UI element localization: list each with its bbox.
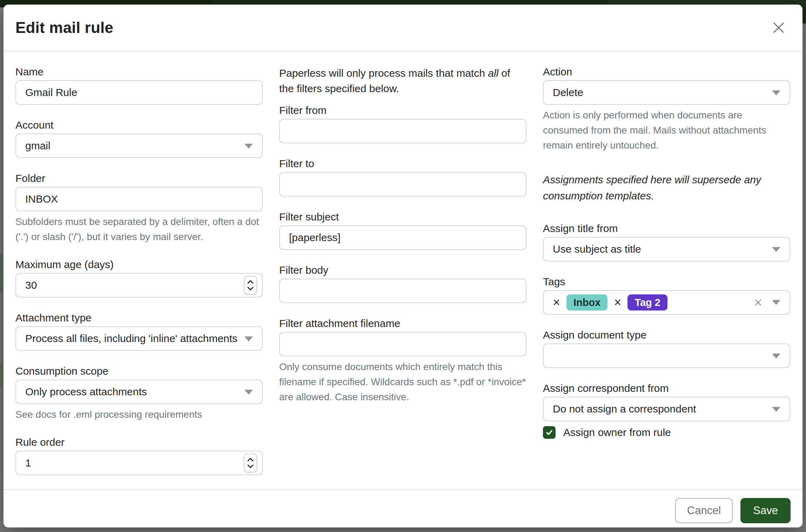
filter-to-input[interactable]	[279, 172, 526, 197]
dialog-title: Edit mail rule	[15, 19, 113, 36]
filter-attachment-filename-label: Filter attachment filename	[279, 317, 526, 330]
assign-correspondent-from-label: Assign correspondent from	[543, 382, 790, 395]
chevron-down-icon	[772, 300, 780, 305]
name-group: Name	[15, 66, 263, 105]
clear-tags-icon[interactable]: ×	[754, 295, 762, 309]
rule-order-label: Rule order	[15, 436, 263, 449]
rule-order-field: 1	[15, 451, 263, 475]
max-age-field: 30	[15, 273, 263, 298]
assign-title-from-select[interactable]: Use subject as title	[543, 237, 790, 261]
stepper-up-icon	[247, 280, 254, 284]
filter-body-label: Filter body	[279, 264, 526, 277]
assign-document-type-group: Assign document type	[543, 329, 790, 368]
tag-chip-inbox: Inbox	[566, 294, 607, 311]
tags-select[interactable]: × Inbox × Tag 2 ×	[543, 290, 790, 315]
assign-document-type-select[interactable]	[543, 343, 790, 368]
filters-intro-text: Paperless will only process mails that m…	[279, 66, 526, 96]
consumption-scope-hint: See docs for .eml processing requirement…	[15, 407, 263, 422]
consumption-scope-group: Consumption scope Only process attachmen…	[15, 365, 263, 422]
assign-correspondent-from-selected-value: Do not assign a correspondent	[553, 403, 696, 415]
action-selected-value: Delete	[553, 87, 583, 98]
rule-order-value: 1	[25, 457, 31, 469]
folder-group: Folder Subfolders must be separated by a…	[15, 172, 263, 244]
filter-subject-input[interactable]	[279, 225, 526, 250]
attachment-type-selected-value: Process all files, including 'inline' at…	[25, 333, 237, 345]
filter-from-input[interactable]	[279, 119, 526, 143]
action-select[interactable]: Delete	[543, 80, 790, 105]
consumption-scope-select[interactable]: Only process attachments	[15, 380, 263, 404]
chevron-down-icon	[772, 247, 780, 252]
column-actions: Action Delete Action is only performed w…	[543, 66, 790, 489]
action-label: Action	[543, 66, 790, 78]
remove-tag-inbox-icon[interactable]: ×	[553, 296, 560, 309]
background-page-fragment	[0, 363, 3, 387]
background-navbar-edge	[802, 7, 806, 23]
close-icon	[773, 22, 785, 34]
tags-group: Tags × Inbox × Tag 2 ×	[543, 275, 790, 315]
action-group: Action Delete Action is only performed w…	[543, 66, 790, 153]
folder-label: Folder	[15, 172, 263, 185]
consumption-scope-selected-value: Only process attachments	[25, 386, 147, 398]
attachment-type-select[interactable]: Process all files, including 'inline' at…	[15, 326, 263, 351]
filter-to-group: Filter to	[279, 157, 526, 197]
folder-input[interactable]	[15, 187, 263, 211]
attachment-type-group: Attachment type Process all files, inclu…	[15, 312, 263, 351]
background-page-fragment	[0, 254, 3, 293]
assign-owner-checkbox[interactable]	[543, 426, 556, 439]
max-age-label: Maximum age (days)	[15, 258, 263, 271]
tag-chip-tag2: Tag 2	[627, 294, 667, 311]
chevron-down-icon	[772, 354, 780, 359]
cancel-button[interactable]: Cancel	[675, 498, 733, 523]
attachment-type-label: Attachment type	[15, 312, 263, 324]
filter-subject-label: Filter subject	[279, 211, 526, 223]
account-select[interactable]: gmail	[15, 134, 263, 158]
consumption-scope-label: Consumption scope	[15, 365, 263, 377]
remove-tag-2-icon[interactable]: ×	[614, 296, 621, 309]
check-icon	[545, 428, 553, 437]
account-label: Account	[15, 119, 263, 131]
chevron-down-icon	[772, 90, 780, 95]
rule-order-group: Rule order 1	[15, 436, 263, 475]
filter-attachment-filename-hint: Only consume documents which entirely ma…	[279, 359, 526, 404]
action-hint: Action is only performed when documents …	[543, 108, 790, 153]
assign-owner-label: Assign owner from rule	[563, 427, 671, 438]
chevron-down-icon	[244, 390, 253, 395]
assign-correspondent-from-select[interactable]: Do not assign a correspondent	[543, 397, 790, 421]
filter-attachment-filename-group: Filter attachment filename Only consume …	[279, 317, 526, 404]
account-selected-value: gmail	[25, 140, 51, 152]
assign-title-from-group: Assign title from Use subject as title	[543, 222, 790, 261]
save-button[interactable]: Save	[740, 498, 791, 523]
filter-from-group: Filter from	[279, 104, 526, 143]
filter-subject-group: Filter subject	[279, 211, 526, 250]
name-label: Name	[15, 66, 263, 78]
name-input[interactable]	[15, 80, 263, 105]
assign-correspondent-from-group: Assign correspondent from Do not assign …	[543, 382, 790, 421]
rule-order-stepper[interactable]	[244, 453, 257, 472]
dialog-body: Name Account gmail Folder Subfolders mus…	[4, 52, 802, 489]
folder-hint: Subfolders must be separated by a delimi…	[15, 214, 263, 244]
dialog-footer: Cancel Save	[4, 489, 802, 531]
filter-body-input[interactable]	[279, 279, 526, 303]
edit-mail-rule-dialog: Edit mail rule Name Account	[4, 5, 802, 527]
max-age-group: Maximum age (days) 30	[15, 258, 263, 298]
stepper-up-icon	[247, 457, 254, 462]
screen: Edit mail rule Name Account	[0, 0, 806, 532]
stepper-down-icon	[247, 287, 254, 291]
assign-owner-checkbox-row[interactable]: Assign owner from rule	[543, 426, 790, 439]
assign-document-type-label: Assign document type	[543, 329, 790, 341]
chevron-down-icon	[244, 336, 253, 341]
filter-to-label: Filter to	[279, 157, 526, 170]
assign-title-from-selected-value: Use subject as title	[553, 243, 641, 255]
account-group: Account gmail	[15, 119, 263, 158]
filter-body-group: Filter body	[279, 264, 526, 303]
max-age-stepper[interactable]	[244, 276, 257, 295]
filter-from-label: Filter from	[279, 104, 526, 117]
assignments-note: Assignments specified here will supersed…	[543, 172, 790, 204]
column-general: Name Account gmail Folder Subfolders mus…	[15, 66, 263, 489]
filter-attachment-filename-input[interactable]	[279, 332, 526, 356]
close-button[interactable]	[769, 18, 788, 37]
max-age-value: 30	[25, 279, 37, 291]
chevron-down-icon	[772, 407, 780, 412]
column-filters: Paperless will only process mails that m…	[279, 66, 526, 489]
tags-label: Tags	[543, 275, 790, 288]
